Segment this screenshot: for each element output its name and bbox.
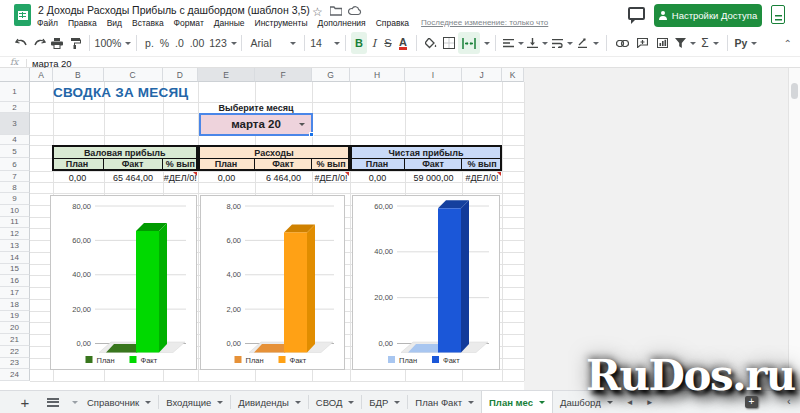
- row-header-20[interactable]: 20: [0, 322, 30, 334]
- table-title[interactable]: Валовая прибыль: [54, 147, 197, 159]
- selection-fill-handle[interactable]: [309, 132, 314, 137]
- menu-2[interactable]: Правка: [63, 16, 102, 30]
- vertical-scrollbar-thumb[interactable]: [791, 83, 798, 99]
- row-header-3[interactable]: 3: [0, 113, 30, 135]
- table-col-header[interactable]: План: [52, 159, 104, 169]
- row-header-9[interactable]: 9: [0, 193, 30, 205]
- formula-bar-value[interactable]: марта 20: [32, 58, 72, 69]
- table-col-header[interactable]: План: [350, 159, 405, 169]
- table-value-cell[interactable]: 6 464,00: [255, 172, 312, 183]
- menu-7[interactable]: Инструменты: [250, 16, 313, 30]
- table-value-cell[interactable]: 0,00: [350, 172, 405, 183]
- row-header-22[interactable]: 22: [0, 346, 30, 358]
- text-wrap-icon[interactable]: [549, 32, 575, 54]
- table-col-header[interactable]: Факт: [104, 159, 163, 169]
- table-title[interactable]: Расходы: [200, 147, 348, 159]
- sheet-tab-5[interactable]: БДР: [362, 391, 407, 413]
- fill-color-icon[interactable]: [422, 32, 440, 54]
- borders-icon[interactable]: [440, 32, 458, 54]
- row-header-12[interactable]: 12: [0, 228, 30, 240]
- input-tools[interactable]: Ру: [733, 32, 759, 54]
- sheet-tab-7[interactable]: План мес: [481, 391, 553, 413]
- more-formats[interactable]: 123: [207, 32, 236, 54]
- column-header-B[interactable]: B: [53, 68, 104, 82]
- column-header-E[interactable]: E: [198, 68, 255, 82]
- undo-icon[interactable]: [12, 32, 30, 54]
- italic-button[interactable]: I: [367, 32, 381, 54]
- month-select-label[interactable]: Выберите месяц: [199, 103, 313, 113]
- column-header-D[interactable]: D: [163, 68, 199, 82]
- table-value-cell[interactable]: 59 000,00: [405, 172, 462, 183]
- column-header-H[interactable]: H: [350, 68, 405, 82]
- row-header-16[interactable]: 16: [0, 275, 30, 287]
- collapse-toolbar-icon[interactable]: ⌃: [784, 38, 792, 49]
- account-doc-icon[interactable]: [771, 5, 785, 24]
- table-col-header[interactable]: % вып: [462, 159, 502, 169]
- row-header-19[interactable]: 19: [0, 311, 30, 323]
- column-header-C[interactable]: C: [104, 68, 163, 82]
- month-dropdown-cell[interactable]: марта 20: [199, 113, 313, 136]
- table-col-header[interactable]: План: [198, 159, 255, 169]
- menu-8[interactable]: Дополнения: [313, 16, 371, 30]
- all-sheets-button[interactable]: [40, 391, 66, 413]
- menu-5[interactable]: Формат: [169, 16, 209, 30]
- table-col-header[interactable]: Факт: [255, 159, 312, 169]
- sheet-list-caret-icon[interactable]: [66, 391, 80, 413]
- filter-icon[interactable]: [672, 32, 698, 54]
- merge-cells-icon[interactable]: [458, 32, 480, 54]
- table-title[interactable]: Чистая прибыль: [352, 147, 500, 159]
- table-col-header[interactable]: % вып: [312, 159, 350, 169]
- row-header-4[interactable]: 4: [0, 135, 30, 145]
- strikethrough-button[interactable]: S: [381, 32, 395, 54]
- row-header-11[interactable]: 11: [0, 217, 30, 229]
- insert-comment-icon[interactable]: [632, 32, 652, 54]
- row-header-1[interactable]: 1: [0, 82, 30, 102]
- menu-3[interactable]: Вид: [102, 16, 127, 30]
- column-header-G[interactable]: G: [312, 68, 350, 82]
- column-header-K[interactable]: K: [502, 68, 524, 82]
- select-all-corner[interactable]: [0, 68, 30, 82]
- font-size-select[interactable]: 14: [310, 32, 340, 54]
- sheet-tab-1[interactable]: Справочник: [80, 391, 158, 413]
- vertical-align-icon[interactable]: [525, 32, 549, 54]
- row-header-13[interactable]: 13: [0, 240, 30, 252]
- row-header-15[interactable]: 15: [0, 264, 30, 276]
- share-button[interactable]: Настройки Доступа: [654, 4, 762, 27]
- comment-history-icon[interactable]: [628, 7, 645, 20]
- document-title[interactable]: 2 Доходы Расходы Прибыль с дашбордом (ша…: [38, 4, 310, 16]
- row-header-14[interactable]: 14: [0, 252, 30, 264]
- text-color-button[interactable]: A: [395, 32, 411, 54]
- chart-2[interactable]: 8,006,004,002,000,00ПланФакт: [200, 195, 345, 370]
- row-header-6[interactable]: 6: [0, 158, 30, 171]
- row-header-23[interactable]: 23: [0, 358, 30, 370]
- summary-title-cell[interactable]: СВОДКА ЗА МЕСЯЦ: [53, 85, 188, 100]
- sheet-tab-2[interactable]: Входящие: [159, 391, 230, 413]
- column-header-I[interactable]: I: [405, 68, 462, 82]
- row-header-5[interactable]: 5: [0, 145, 30, 158]
- sheet-tab-3[interactable]: Дивиденды: [231, 391, 308, 413]
- column-header-A[interactable]: A: [30, 68, 53, 82]
- functions-icon[interactable]: Σ: [698, 32, 722, 54]
- row-header-17[interactable]: 17: [0, 287, 30, 299]
- last-edit-link[interactable]: Последнее изменение: только что: [421, 16, 548, 30]
- print-icon[interactable]: [48, 32, 66, 54]
- format-percent[interactable]: %: [157, 32, 172, 54]
- row-header-18[interactable]: 18: [0, 299, 30, 311]
- sheets-logo-icon[interactable]: [14, 4, 31, 26]
- redo-icon[interactable]: [30, 32, 48, 54]
- decrease-decimals[interactable]: .0: [172, 32, 187, 54]
- sheet-tab-6[interactable]: План Факт: [408, 391, 481, 413]
- row-header-8[interactable]: 8: [0, 182, 30, 193]
- add-sheet-button[interactable]: +: [10, 391, 40, 413]
- menu-4[interactable]: Вставка: [127, 16, 169, 30]
- row-header-10[interactable]: 10: [0, 205, 30, 217]
- menu-6[interactable]: Данные: [209, 16, 250, 30]
- chart-1[interactable]: 80,0060,0040,0020,000,00ПланФакт: [50, 195, 197, 370]
- vertical-scrollbar[interactable]: [788, 68, 800, 390]
- insert-link-icon[interactable]: [612, 32, 632, 54]
- text-rotation-icon[interactable]: [575, 32, 601, 54]
- menu-9[interactable]: Справка: [371, 16, 414, 30]
- row-header-2[interactable]: 2: [0, 102, 30, 113]
- dropdown-arrow-icon[interactable]: [299, 123, 305, 129]
- watermark-plus-icon[interactable]: +: [745, 396, 758, 408]
